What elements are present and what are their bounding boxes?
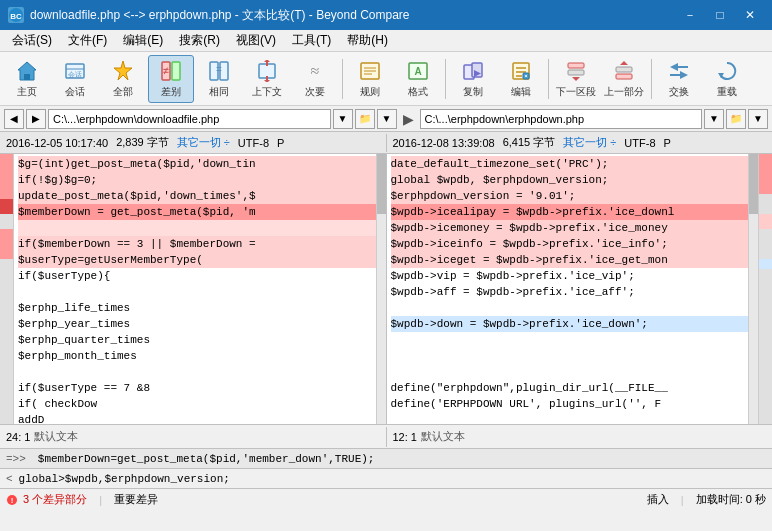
toolbar-context[interactable]: 上下文 bbox=[244, 55, 290, 103]
toolbar-session[interactable]: 会话 会话 bbox=[52, 55, 98, 103]
svg-rect-37 bbox=[568, 70, 584, 75]
toolbar-minor[interactable]: ≈ 次要 bbox=[292, 55, 338, 103]
toolbar-same[interactable]: = 相同 bbox=[196, 55, 242, 103]
toolbar-next-section-label: 下一区段 bbox=[556, 85, 596, 99]
diff-type: 重要差异 bbox=[114, 492, 158, 507]
toolbar-prev-section-label: 上一部分 bbox=[604, 85, 644, 99]
path-right-menu[interactable]: ▼ bbox=[748, 109, 768, 129]
toolbar-swap[interactable]: 交换 bbox=[656, 55, 702, 103]
gutter-line-10 bbox=[0, 289, 13, 304]
svg-rect-41 bbox=[616, 74, 632, 79]
toolbar-diff-label: 差别 bbox=[161, 85, 181, 99]
left-line-15: if($userType == 7 &8 bbox=[18, 380, 382, 396]
svg-marker-7 bbox=[114, 61, 132, 80]
menu-view[interactable]: 视图(V) bbox=[228, 30, 284, 51]
svg-marker-39 bbox=[620, 61, 628, 65]
left-line-3: update_post_meta($pid,'down_times',$ bbox=[18, 188, 382, 204]
maximize-button[interactable]: □ bbox=[706, 5, 734, 25]
right-path-input[interactable] bbox=[420, 109, 703, 129]
toolbar-copy-label: 复制 bbox=[463, 85, 483, 99]
path-left-dropdown[interactable]: ▼ bbox=[333, 109, 353, 129]
left-scroll-thumb[interactable] bbox=[377, 154, 386, 214]
left-line-7: $userType=getUserMemberType( bbox=[18, 252, 382, 268]
toolbar-prev-section[interactable]: 上一部分 bbox=[601, 55, 647, 103]
status-right: 2016-12-08 13:39:08 6,415 字节 其它一切 ÷ UTF-… bbox=[387, 135, 773, 150]
left-code-content: $g=(int)get_post_meta($pid,'down_tin if(… bbox=[14, 154, 386, 424]
menu-bar: 会话(S) 文件(F) 编辑(E) 搜索(R) 视图(V) 工具(T) 帮助(H… bbox=[0, 30, 772, 52]
path-left-browse[interactable]: 📁 bbox=[355, 109, 375, 129]
mini-scrollbar[interactable] bbox=[758, 154, 772, 424]
right-line-6: $wpdb->iceinfo = $wpdb->prefix.'ice_info… bbox=[391, 236, 755, 252]
toolbar-all[interactable]: 全部 bbox=[100, 55, 146, 103]
path-bar: ◀ ▶ ▼ 📁 ▼ ▶ ▼ 📁 ▼ bbox=[0, 106, 772, 132]
gutter-line-16 bbox=[0, 379, 13, 394]
toolbar-next-section[interactable]: 下一区段 bbox=[553, 55, 599, 103]
gutter-line-1 bbox=[0, 154, 13, 169]
title-controls: － □ ✕ bbox=[676, 5, 764, 25]
path-left-back[interactable]: ◀ bbox=[4, 109, 24, 129]
right-code-content: date_default_timezone_set('PRC'); global… bbox=[387, 154, 759, 424]
toolbar-rules-label: 规则 bbox=[360, 85, 380, 99]
left-scrollbar[interactable] bbox=[376, 154, 386, 424]
right-line-2: global $wpdb, $erphpdown_version; bbox=[391, 172, 755, 188]
menu-help[interactable]: 帮助(H) bbox=[339, 30, 396, 51]
right-format: UTF-8 bbox=[624, 137, 655, 149]
cmd-text-1: $memberDown=get_post_meta($pid,'member_d… bbox=[38, 453, 375, 465]
left-line-6: if($memberDown == 3 || $memberDown = bbox=[18, 236, 382, 252]
left-line-1: $g=(int)get_post_meta($pid,'down_tin bbox=[18, 156, 382, 172]
left-pane[interactable]: $g=(int)get_post_meta($pid,'down_tin if(… bbox=[14, 154, 387, 424]
right-encoding[interactable]: 其它一切 ÷ bbox=[563, 135, 616, 150]
path-right-dropdown[interactable]: ▼ bbox=[704, 109, 724, 129]
svg-marker-38 bbox=[572, 77, 580, 81]
same-icon: = bbox=[207, 59, 231, 83]
right-scroll-thumb[interactable] bbox=[749, 154, 758, 214]
menu-search[interactable]: 搜索(R) bbox=[171, 30, 228, 51]
toolbar-copy[interactable]: 复制 bbox=[450, 55, 496, 103]
toolbar-edit[interactable]: 编辑 bbox=[498, 55, 544, 103]
title-left: BC downloadfile.php <--> erphpdown.php -… bbox=[8, 7, 410, 24]
prev-section-icon bbox=[612, 59, 636, 83]
right-line-4: $wpdb->icealipay = $wpdb->prefix.'ice_do… bbox=[391, 204, 755, 220]
bottom-right: 12: 1 默认文本 bbox=[387, 429, 773, 444]
toolbar-reload[interactable]: 重载 bbox=[704, 55, 750, 103]
mini-gap-1 bbox=[759, 194, 772, 214]
toolbar-session-label: 会话 bbox=[65, 85, 85, 99]
svg-rect-40 bbox=[616, 67, 632, 72]
toolbar-diff[interactable]: ≠ 差别 bbox=[148, 55, 194, 103]
toolbar: 主页 会话 会话 全部 ≠ 差别 bbox=[0, 52, 772, 106]
diff-count: ! 3 个差异部分 bbox=[6, 492, 87, 507]
left-line-14 bbox=[18, 364, 382, 380]
toolbar-home[interactable]: 主页 bbox=[4, 55, 50, 103]
right-line-10 bbox=[391, 300, 755, 316]
mini-gap-2 bbox=[759, 229, 772, 259]
menu-file[interactable]: 文件(F) bbox=[60, 30, 115, 51]
edit-icon bbox=[509, 59, 533, 83]
close-button[interactable]: ✕ bbox=[736, 5, 764, 25]
left-line-8: if($userType){ bbox=[18, 268, 382, 284]
path-left-menu[interactable]: ▼ bbox=[377, 109, 397, 129]
left-size: 2,839 字节 bbox=[116, 135, 169, 150]
right-line-3: $erphpdown_version = '9.01'; bbox=[391, 188, 755, 204]
path-left-forward[interactable]: ▶ bbox=[26, 109, 46, 129]
toolbar-format[interactable]: A 格式 bbox=[395, 55, 441, 103]
session-icon: 会话 bbox=[63, 59, 87, 83]
status-info: 2016-12-05 10:17:40 2,839 字节 其它一切 ÷ UTF-… bbox=[0, 132, 772, 154]
right-pane[interactable]: date_default_timezone_set('PRC'); global… bbox=[387, 154, 759, 424]
menu-session[interactable]: 会话(S) bbox=[4, 30, 60, 51]
menu-edit[interactable]: 编辑(E) bbox=[115, 30, 171, 51]
gutter-line-3 bbox=[0, 184, 13, 199]
right-scrollbar[interactable] bbox=[748, 154, 758, 424]
title-bar: BC downloadfile.php <--> erphpdown.php -… bbox=[0, 0, 772, 30]
left-line-16: if( checkDow bbox=[18, 396, 382, 412]
cmd-arrows-1: =>> bbox=[6, 453, 26, 465]
minimize-button[interactable]: － bbox=[676, 5, 704, 25]
svg-rect-36 bbox=[568, 63, 584, 68]
path-right-browse[interactable]: 📁 bbox=[726, 109, 746, 129]
left-diff-gutter bbox=[0, 154, 14, 424]
left-encoding[interactable]: 其它一切 ÷ bbox=[177, 135, 230, 150]
left-path-input[interactable] bbox=[48, 109, 331, 129]
toolbar-rules[interactable]: 规则 bbox=[347, 55, 393, 103]
menu-tools[interactable]: 工具(T) bbox=[284, 30, 339, 51]
svg-text:A: A bbox=[414, 66, 421, 77]
svg-marker-44 bbox=[680, 71, 688, 79]
